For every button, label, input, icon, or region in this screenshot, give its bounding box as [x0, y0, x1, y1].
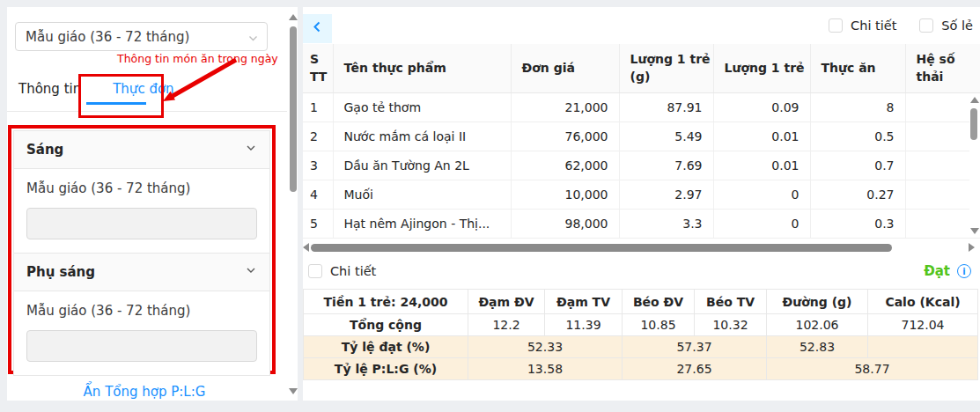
annotation-note: Thông tin món ăn trong ngày: [117, 52, 293, 65]
food-table-header: STT Tên thực phẩm Đơn giá Lượng 1 trẻ (g…: [303, 44, 980, 92]
cell-luong: 0: [713, 180, 810, 209]
status-indicator: Đạt: [924, 263, 971, 279]
scroll-down-icon[interactable]: [289, 388, 298, 394]
cell-don-gia: 10,000: [511, 180, 619, 209]
meal-group-label: Mẫu giáo (36 - 72 tháng): [26, 180, 257, 196]
col-header-thuc-an: Thực ăn: [810, 44, 905, 92]
row-label: Tổng cộng: [304, 314, 468, 336]
collapse-sidebar-button[interactable]: [303, 14, 332, 43]
cell-thuc-an: 0.27: [810, 180, 905, 209]
col-dam-dv: Đạm ĐV: [468, 290, 545, 314]
summary-rate-row: Tỷ lệ đạt (%) 52.33 57.37 52.83: [304, 336, 978, 358]
scroll-up-icon[interactable]: [970, 97, 979, 103]
accordion-phu-sang-title: Phụ sáng: [26, 264, 95, 280]
total-dam-tv: 11.39: [545, 314, 623, 336]
meal-sections: Sáng Mẫu giáo (36 - 72 tháng) Phụ sáng M…: [13, 130, 270, 376]
plg-p: 13.58: [468, 358, 623, 380]
cell-luong: 0.09: [713, 92, 810, 121]
cell-ten: Nước mắm cá loại II: [333, 121, 511, 151]
scroll-up-icon[interactable]: [289, 14, 298, 20]
checkbox-chi-tiet-bottom[interactable]: Chi tiết: [308, 264, 376, 278]
food-table: STT Tên thực phẩm Đơn giá Lượng 1 trẻ (g…: [303, 44, 980, 239]
accordion-phu-sang-body: Mẫu giáo (36 - 72 tháng): [14, 291, 269, 375]
table-row[interactable]: 5 Hạt nêm Ajingon - Thị... 98,000 3.3 0 …: [303, 209, 980, 238]
table-row[interactable]: 1 Gạo tẻ thơm 21,000 87.91 0.09 8: [303, 92, 980, 121]
table-row[interactable]: 3 Dầu ăn Tường An 2L 62,000 7.69 0.01 0.…: [303, 151, 980, 180]
table-vertical-scrollbar[interactable]: [969, 94, 980, 237]
cell-stt: 2: [303, 121, 333, 151]
cell-ten: Hạt nêm Ajingon - Thị...: [333, 209, 511, 238]
col-beo-tv: Béo TV: [695, 290, 767, 314]
scrollbar-thumb[interactable]: [970, 108, 977, 140]
cell-stt: 1: [303, 92, 333, 121]
accordion-sang-body: Mẫu giáo (36 - 72 tháng): [14, 169, 269, 253]
checkbox-chi-tiet[interactable]: Chi tiết: [829, 18, 896, 33]
cell-thuc-an: 0.5: [810, 121, 905, 151]
col-beo-dv: Béo ĐV: [623, 290, 695, 314]
scrollbar-thumb[interactable]: [311, 244, 892, 252]
col-header-luong-1-tre-g: Lượng 1 trẻ (g): [619, 44, 713, 92]
row-label: Tỷ lệ P:L:G (%): [304, 358, 468, 380]
total-dam-dv: 12.2: [468, 314, 545, 336]
hide-summary-link[interactable]: Ẩn Tổng hợp P:L:G: [7, 384, 282, 400]
col-calo: Calo (Kcal): [868, 290, 978, 314]
info-icon[interactable]: [957, 264, 971, 278]
scroll-left-icon[interactable]: [303, 243, 309, 252]
accordion-sang-title: Sáng: [26, 142, 63, 158]
cell-don-gia: 62,000: [511, 151, 619, 180]
chevron-down-icon: [245, 142, 257, 158]
chevron-down-icon: [245, 264, 257, 280]
meal-dish-input[interactable]: [26, 208, 257, 239]
rate-calo: [868, 336, 978, 358]
scroll-right-icon[interactable]: [969, 243, 975, 252]
cell-luong-g: 3.3: [619, 209, 713, 238]
active-tab-underline: [86, 102, 146, 105]
col-header-ten-thuc-pham: Tên thực phẩm: [333, 44, 511, 92]
price-per-child: Tiền 1 trẻ: 24,000: [304, 290, 468, 314]
cell-stt: 3: [303, 151, 333, 180]
table-row[interactable]: 2 Nước mắm cá loại II 76,000 5.49 0.01 0…: [303, 121, 980, 151]
accordion-sang-header[interactable]: Sáng: [14, 131, 269, 169]
checkbox-icon[interactable]: [308, 264, 322, 278]
scrollbar-thumb[interactable]: [290, 26, 297, 192]
cell-don-gia: 21,000: [511, 92, 619, 121]
checkbox-label: Số lẻ: [941, 18, 973, 33]
table-options: Chi tiết Số lẻ: [829, 18, 973, 33]
cell-luong-g: 87.91: [619, 92, 713, 121]
cell-ten: Dầu ăn Tường An 2L: [333, 151, 511, 180]
col-dam-tv: Đạm TV: [545, 290, 623, 314]
col-duong: Đường (g): [767, 290, 868, 314]
cell-stt: 4: [303, 180, 333, 209]
checkbox-label: Chi tiết: [851, 18, 896, 33]
tab-thong-tin[interactable]: Thông tin: [18, 81, 81, 102]
cell-luong-g: 5.49: [619, 121, 713, 151]
chevron-left-icon: [311, 20, 324, 37]
checkbox-icon[interactable]: [829, 18, 843, 33]
total-calo: 712.04: [868, 314, 978, 336]
summary-total-row: Tổng cộng 12.2 11.39 10.85 10.32 102.06 …: [304, 314, 978, 336]
sidebar-scrollbar[interactable]: [288, 11, 298, 398]
checkbox-label: Chi tiết: [330, 264, 376, 278]
col-header-don-gia: Đơn giá: [511, 44, 619, 92]
sidebar-panel: Mẫu giáo (36 - 72 tháng) Thông tin món ă…: [7, 7, 298, 401]
accordion-phu-sang-header[interactable]: Phụ sáng: [14, 254, 269, 291]
meal-dish-input[interactable]: [26, 330, 257, 362]
cell-ten: Gạo tẻ thơm: [333, 92, 511, 121]
main-panel: Chi tiết Số lẻ STT Tên thực phẩm Đơn giá…: [303, 7, 980, 401]
summary-plg-row: Tỷ lệ P:L:G (%) 13.58 27.65 58.77: [304, 358, 978, 380]
status-badge: Đạt: [924, 263, 950, 279]
accordion-phu-sang: Phụ sáng Mẫu giáo (36 - 72 tháng): [13, 253, 270, 376]
cell-luong-g: 2.97: [619, 180, 713, 209]
scroll-down-icon[interactable]: [970, 228, 979, 234]
table-row[interactable]: 4 Muối 10,000 2.97 0 0.27: [303, 180, 980, 209]
checkbox-so-le[interactable]: Số lẻ: [919, 18, 973, 33]
cell-don-gia: 76,000: [511, 121, 619, 151]
checkbox-icon[interactable]: [919, 18, 933, 33]
group-select-value: Mẫu giáo (36 - 72 tháng): [26, 29, 189, 45]
group-select[interactable]: Mẫu giáo (36 - 72 tháng): [15, 22, 268, 51]
tab-thuc-don[interactable]: Thực đơn: [113, 81, 173, 102]
plg-g: 58.77: [767, 358, 978, 380]
table-horizontal-scrollbar[interactable]: [303, 241, 980, 254]
plg-l: 27.65: [623, 358, 767, 380]
total-beo-dv: 10.85: [623, 314, 695, 336]
